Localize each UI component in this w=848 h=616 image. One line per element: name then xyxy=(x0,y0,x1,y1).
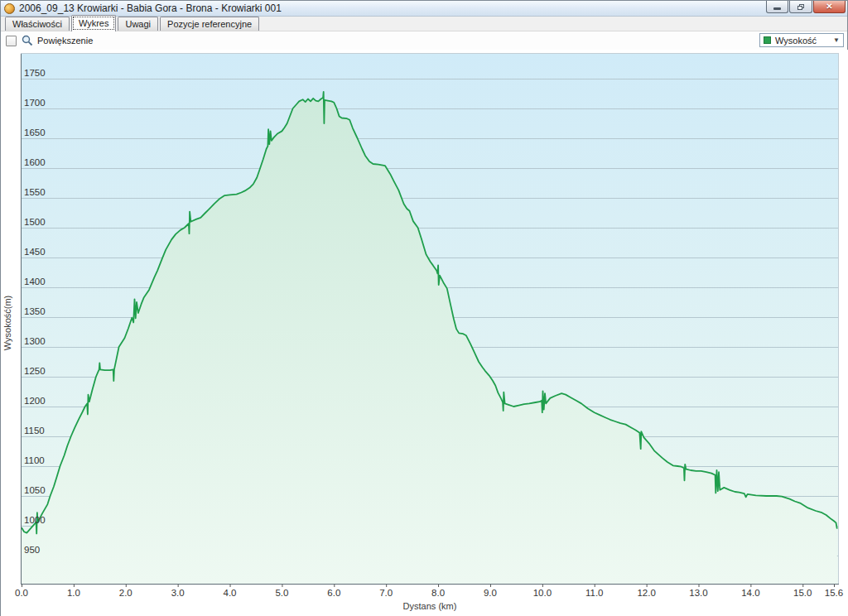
svg-text:1.0: 1.0 xyxy=(67,588,80,598)
svg-text:1250: 1250 xyxy=(24,366,46,376)
svg-text:11.0: 11.0 xyxy=(585,588,604,598)
svg-text:12.0: 12.0 xyxy=(637,588,655,598)
series-select[interactable]: Wysokość ▼ xyxy=(759,33,844,47)
tab-bar: WłaściwościWykresUwagiPozycje referencyj… xyxy=(1,17,847,31)
minimize-button[interactable] xyxy=(766,1,788,13)
svg-text:8.0: 8.0 xyxy=(431,588,445,598)
app-icon xyxy=(4,3,15,14)
svg-text:1100: 1100 xyxy=(24,455,45,465)
svg-text:1700: 1700 xyxy=(24,98,46,108)
svg-text:1400: 1400 xyxy=(24,277,46,286)
tab-pozycje-referencyjne[interactable]: Pozycje referencyjne xyxy=(160,17,259,31)
svg-text:950: 950 xyxy=(24,545,40,555)
close-button[interactable]: ✕ xyxy=(813,1,846,13)
x-axis-title: Dystans (km) xyxy=(403,601,457,611)
svg-text:10.0: 10.0 xyxy=(533,588,552,598)
title-bar: 2006_09_13 Krowiarki - Babia Gora - Bron… xyxy=(1,1,847,17)
svg-text:2.0: 2.0 xyxy=(119,588,132,598)
svg-text:14.0: 14.0 xyxy=(741,588,759,598)
svg-text:4.0: 4.0 xyxy=(224,588,237,598)
svg-text:1000: 1000 xyxy=(24,515,46,525)
tab-wykres[interactable]: Wykres xyxy=(71,15,117,31)
svg-text:1650: 1650 xyxy=(24,128,46,137)
svg-text:15.6: 15.6 xyxy=(825,588,843,598)
series-color-swatch xyxy=(764,36,771,44)
close-icon: ✕ xyxy=(826,2,832,11)
magnifier-icon xyxy=(22,35,33,46)
svg-text:1450: 1450 xyxy=(24,247,46,257)
zoom-checkbox[interactable] xyxy=(6,36,17,46)
zoom-label: Powiększenie xyxy=(37,36,93,46)
tab-uwagi[interactable]: Uwagi xyxy=(118,17,158,31)
toolbar: Powiększenie Wysokość ▼ xyxy=(1,31,847,50)
app-window: 2006_09_13 Krowiarki - Babia Gora - Bron… xyxy=(0,0,848,616)
svg-text:15.0: 15.0 xyxy=(793,588,812,598)
svg-text:1550: 1550 xyxy=(24,187,46,197)
chevron-down-icon: ▼ xyxy=(833,36,840,44)
minimize-icon xyxy=(773,7,781,10)
restore-icon xyxy=(797,4,804,10)
svg-text:0.0: 0.0 xyxy=(15,588,28,598)
window-title: 2006_09_13 Krowiarki - Babia Gora - Bron… xyxy=(19,2,282,14)
window-buttons: ✕ xyxy=(765,1,846,13)
svg-text:1600: 1600 xyxy=(24,157,46,167)
svg-text:13.0: 13.0 xyxy=(689,588,707,598)
svg-text:6.0: 6.0 xyxy=(327,588,340,598)
svg-text:3.0: 3.0 xyxy=(171,588,185,598)
svg-text:1350: 1350 xyxy=(24,306,46,316)
x-axis-labels: 0.01.02.03.04.05.06.07.08.09.010.011.012… xyxy=(15,584,843,598)
svg-text:1300: 1300 xyxy=(24,336,46,346)
y-axis-title: Wysokość(m) xyxy=(2,296,12,351)
svg-text:1200: 1200 xyxy=(24,396,46,406)
tab-wlasciwosci[interactable]: Właściwości xyxy=(5,17,70,31)
svg-text:1050: 1050 xyxy=(24,485,46,495)
restore-button[interactable] xyxy=(789,1,812,13)
svg-text:7.0: 7.0 xyxy=(379,588,393,598)
elevation-chart[interactable]: 9501000105011001150120012501300135014001… xyxy=(1,50,848,616)
series-select-value: Wysokość xyxy=(775,36,817,46)
svg-text:5.0: 5.0 xyxy=(275,588,288,598)
svg-text:1750: 1750 xyxy=(24,68,46,78)
svg-text:1150: 1150 xyxy=(24,426,45,436)
chart-area: 9501000105011001150120012501300135014001… xyxy=(1,50,848,616)
svg-text:1500: 1500 xyxy=(24,217,46,227)
svg-text:9.0: 9.0 xyxy=(484,588,497,598)
